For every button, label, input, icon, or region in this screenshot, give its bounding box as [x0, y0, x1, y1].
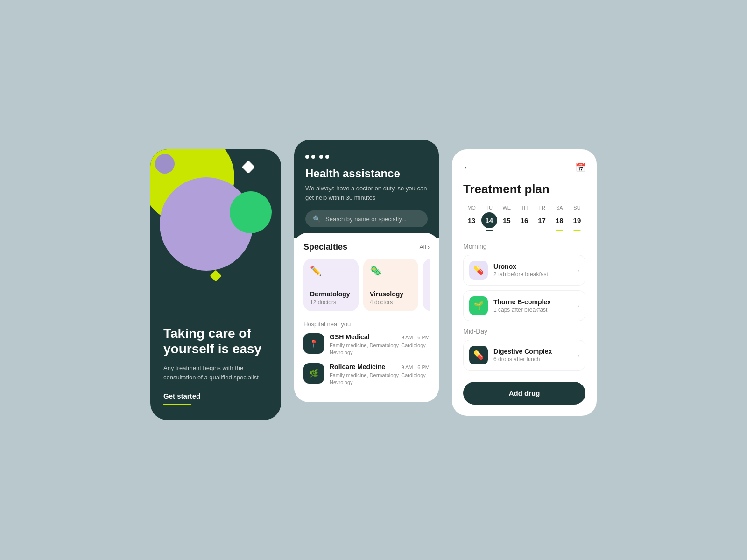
- treatment-plan-title: Treatment plan: [463, 182, 585, 196]
- rollcare-hours: 9 AM - 6 PM: [401, 364, 430, 370]
- uronox-info: Uronox 2 tab before breakfast: [493, 263, 571, 278]
- gsh-tags: Family medicine, Dermatology, Cardiology…: [330, 342, 430, 357]
- specialty-card-partial[interactable]: 💊 Ca 7d: [423, 259, 430, 311]
- screen1-onboarding: Taking care of yourself is easy Any trea…: [150, 149, 281, 420]
- day-tu[interactable]: TU 14: [481, 205, 498, 231]
- gsh-name: GSH Medical: [330, 333, 370, 341]
- small-purple-circle: [155, 154, 175, 174]
- thorne-chevron-icon: ›: [577, 302, 579, 309]
- specialties-title: Specialties: [303, 242, 347, 252]
- drug-uronox[interactable]: 💊 Uronox 2 tab before breakfast ›: [463, 255, 585, 286]
- specialty-card-dermatology[interactable]: ✏️ Dermatology 12 doctors: [303, 259, 359, 311]
- screens-container: Taking care of yourself is easy Any trea…: [150, 140, 597, 420]
- hospital-item-rollcare[interactable]: 🌿 Rollcare Medicine 9 AM - 6 PM Family m…: [303, 363, 430, 386]
- screen2-subtitle: We always have a doctor on duty, so you …: [305, 184, 428, 202]
- screen1-subtitle: Any treatment begins with the consultati…: [163, 364, 268, 382]
- virusology-count: 4 doctors: [370, 299, 412, 306]
- search-icon: 🔍: [313, 215, 321, 223]
- drug-thorne[interactable]: 🌱 Thorne B-complex 1 caps after breakfas…: [463, 290, 585, 321]
- thorne-name: Thorne B-complex: [493, 298, 571, 306]
- uronox-name: Uronox: [493, 263, 571, 270]
- dermatology-count: 12 doctors: [310, 299, 352, 306]
- white-diamond: [242, 161, 255, 174]
- digestive-icon-wrap: 💊: [469, 346, 488, 364]
- digestive-name: Digestive Complex: [493, 348, 571, 355]
- search-bar[interactable]: 🔍 Search by name or specialty...: [305, 210, 428, 227]
- screen1-content: Taking care of yourself is easy Any trea…: [163, 326, 268, 405]
- week-row: MO 13 TU 14 WE 15 TH 16 FR 17: [463, 205, 585, 231]
- screen2-health-assistance: Health assistance We always have a docto…: [294, 140, 439, 402]
- grid-dots-icon: [305, 155, 428, 159]
- thorne-icon: 🌱: [473, 301, 484, 311]
- screen2-body: Specialties All › ✏️ Dermatology 12 doct…: [294, 233, 439, 402]
- rollcare-logo: 🌿: [303, 363, 324, 384]
- day-mo[interactable]: MO 13: [463, 205, 480, 231]
- hospital-item-gsh[interactable]: 📍 GSH Medical 9 AM - 6 PM Family medicin…: [303, 333, 430, 357]
- digestive-dose: 6 drops after lunch: [493, 356, 571, 363]
- midday-label: Mid-Day: [463, 328, 585, 335]
- day-sa[interactable]: SA 18: [551, 205, 568, 231]
- dermatology-icon: ✏️: [310, 265, 352, 276]
- day-fr[interactable]: FR 17: [534, 205, 550, 231]
- calendar-icon[interactable]: 📅: [575, 162, 585, 173]
- thorne-icon-wrap: 🌱: [469, 296, 488, 315]
- back-button[interactable]: ←: [463, 163, 472, 173]
- screen2-title: Health assistance: [305, 167, 428, 180]
- day-we[interactable]: WE 15: [498, 205, 515, 231]
- uronox-icon-wrap: 💊: [469, 261, 488, 280]
- gsh-info: GSH Medical 9 AM - 6 PM Family medicine,…: [330, 333, 430, 357]
- thorne-info: Thorne B-complex 1 caps after breakfast: [493, 298, 571, 313]
- specialties-row: ✏️ Dermatology 12 doctors 🦠 Virusology 4…: [303, 259, 430, 311]
- day-th[interactable]: TH 16: [516, 205, 533, 231]
- thorne-dose: 1 caps after breakfast: [493, 307, 571, 313]
- specialties-all-link[interactable]: All ›: [419, 244, 430, 251]
- green-circle: [230, 191, 272, 233]
- get-started-button[interactable]: Get started: [163, 392, 268, 400]
- dermatology-name: Dermatology: [310, 290, 352, 298]
- digestive-chevron-icon: ›: [577, 351, 579, 359]
- digestive-info: Digestive Complex 6 drops after lunch: [493, 348, 571, 363]
- screen1-decorations: [150, 149, 281, 299]
- uronox-dose: 2 tab before breakfast: [493, 271, 571, 278]
- search-input[interactable]: Search by name or specialty...: [325, 216, 407, 223]
- digestive-icon: 💊: [473, 350, 484, 360]
- add-drug-button[interactable]: Add drug: [463, 382, 585, 405]
- specialties-section-header: Specialties All ›: [303, 242, 430, 252]
- rollcare-name: Rollcare Medicine: [330, 363, 385, 371]
- virusology-icon: 🦠: [370, 265, 412, 276]
- gsh-hours: 9 AM - 6 PM: [401, 335, 430, 340]
- rollcare-tags: Family medicine, Dermatology, Cardiology…: [330, 372, 430, 386]
- hospitals-section-title: Hospital near you: [303, 321, 430, 328]
- drug-digestive[interactable]: 💊 Digestive Complex 6 drops after lunch …: [463, 340, 585, 371]
- gsh-logo: 📍: [303, 333, 324, 354]
- screen3-topbar: ← 📅: [463, 162, 585, 173]
- screen3-treatment-plan: ← 📅 Treatment plan MO 13 TU 14 WE 15 TH: [452, 149, 597, 416]
- day-su[interactable]: SU 19: [569, 205, 585, 231]
- lime-diamond: [210, 270, 221, 281]
- specialty-card-virusology[interactable]: 🦠 Virusology 4 doctors: [363, 259, 418, 311]
- screen2-header: Health assistance We always have a docto…: [294, 140, 439, 238]
- cta-underline: [163, 404, 191, 405]
- uronox-chevron-icon: ›: [577, 266, 579, 274]
- virusology-name: Virusology: [370, 290, 412, 298]
- uronox-icon: 💊: [473, 265, 484, 275]
- morning-label: Morning: [463, 243, 585, 250]
- rollcare-info: Rollcare Medicine 9 AM - 6 PM Family med…: [330, 363, 430, 386]
- screen1-title: Taking care of yourself is easy: [163, 326, 268, 357]
